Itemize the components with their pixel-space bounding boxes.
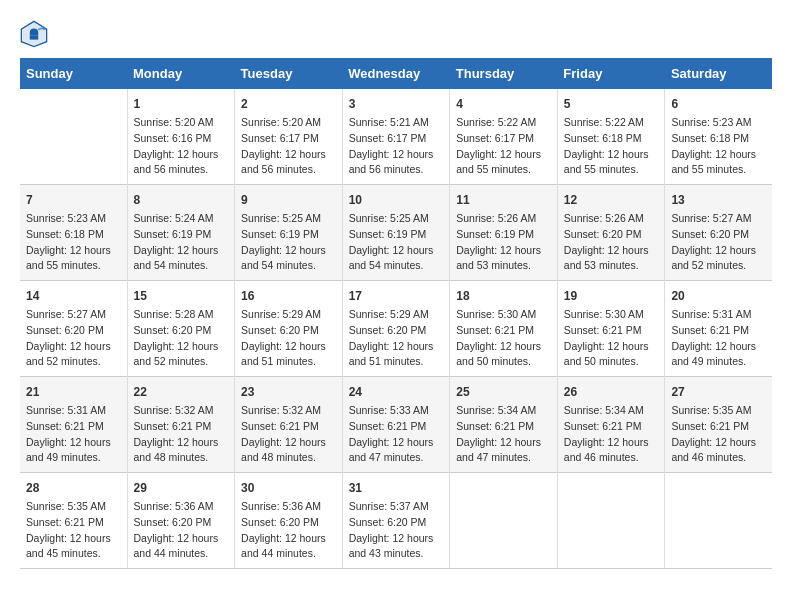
day-number: 22 xyxy=(134,383,229,401)
calendar-day-header: Wednesday xyxy=(342,58,450,89)
calendar-cell: 12Sunrise: 5:26 AMSunset: 6:20 PMDayligh… xyxy=(557,185,665,281)
calendar-day-header: Saturday xyxy=(665,58,772,89)
day-info: Sunrise: 5:30 AMSunset: 6:21 PMDaylight:… xyxy=(456,307,551,370)
day-info: Sunrise: 5:22 AMSunset: 6:17 PMDaylight:… xyxy=(456,115,551,178)
day-number: 25 xyxy=(456,383,551,401)
calendar-day-header: Thursday xyxy=(450,58,558,89)
day-info: Sunrise: 5:21 AMSunset: 6:17 PMDaylight:… xyxy=(349,115,444,178)
day-number: 30 xyxy=(241,479,336,497)
day-number: 29 xyxy=(134,479,229,497)
day-info: Sunrise: 5:27 AMSunset: 6:20 PMDaylight:… xyxy=(26,307,121,370)
day-info: Sunrise: 5:36 AMSunset: 6:20 PMDaylight:… xyxy=(134,499,229,562)
day-number: 9 xyxy=(241,191,336,209)
calendar-table: SundayMondayTuesdayWednesdayThursdayFrid… xyxy=(20,58,772,569)
day-info: Sunrise: 5:30 AMSunset: 6:21 PMDaylight:… xyxy=(564,307,659,370)
day-info: Sunrise: 5:22 AMSunset: 6:18 PMDaylight:… xyxy=(564,115,659,178)
calendar-cell: 25Sunrise: 5:34 AMSunset: 6:21 PMDayligh… xyxy=(450,377,558,473)
day-number: 8 xyxy=(134,191,229,209)
day-number: 5 xyxy=(564,95,659,113)
calendar-cell: 23Sunrise: 5:32 AMSunset: 6:21 PMDayligh… xyxy=(235,377,343,473)
day-number: 16 xyxy=(241,287,336,305)
day-number: 19 xyxy=(564,287,659,305)
calendar-cell xyxy=(665,473,772,569)
calendar-cell: 1Sunrise: 5:20 AMSunset: 6:16 PMDaylight… xyxy=(127,89,235,185)
calendar-cell: 16Sunrise: 5:29 AMSunset: 6:20 PMDayligh… xyxy=(235,281,343,377)
day-number: 20 xyxy=(671,287,766,305)
logo xyxy=(20,20,52,48)
calendar-week-row: 7Sunrise: 5:23 AMSunset: 6:18 PMDaylight… xyxy=(20,185,772,281)
day-number: 27 xyxy=(671,383,766,401)
calendar-cell: 14Sunrise: 5:27 AMSunset: 6:20 PMDayligh… xyxy=(20,281,127,377)
day-info: Sunrise: 5:36 AMSunset: 6:20 PMDaylight:… xyxy=(241,499,336,562)
day-info: Sunrise: 5:29 AMSunset: 6:20 PMDaylight:… xyxy=(241,307,336,370)
day-number: 2 xyxy=(241,95,336,113)
calendar-cell: 15Sunrise: 5:28 AMSunset: 6:20 PMDayligh… xyxy=(127,281,235,377)
logo-icon xyxy=(20,20,48,48)
calendar-cell xyxy=(557,473,665,569)
calendar-week-row: 1Sunrise: 5:20 AMSunset: 6:16 PMDaylight… xyxy=(20,89,772,185)
day-number: 10 xyxy=(349,191,444,209)
svg-rect-2 xyxy=(30,35,38,39)
calendar-cell xyxy=(450,473,558,569)
day-info: Sunrise: 5:33 AMSunset: 6:21 PMDaylight:… xyxy=(349,403,444,466)
day-info: Sunrise: 5:20 AMSunset: 6:16 PMDaylight:… xyxy=(134,115,229,178)
calendar-cell: 20Sunrise: 5:31 AMSunset: 6:21 PMDayligh… xyxy=(665,281,772,377)
day-info: Sunrise: 5:25 AMSunset: 6:19 PMDaylight:… xyxy=(349,211,444,274)
calendar-cell: 10Sunrise: 5:25 AMSunset: 6:19 PMDayligh… xyxy=(342,185,450,281)
calendar-header-row: SundayMondayTuesdayWednesdayThursdayFrid… xyxy=(20,58,772,89)
calendar-cell: 9Sunrise: 5:25 AMSunset: 6:19 PMDaylight… xyxy=(235,185,343,281)
day-info: Sunrise: 5:35 AMSunset: 6:21 PMDaylight:… xyxy=(26,499,121,562)
calendar-week-row: 21Sunrise: 5:31 AMSunset: 6:21 PMDayligh… xyxy=(20,377,772,473)
day-info: Sunrise: 5:32 AMSunset: 6:21 PMDaylight:… xyxy=(134,403,229,466)
calendar-cell: 29Sunrise: 5:36 AMSunset: 6:20 PMDayligh… xyxy=(127,473,235,569)
day-info: Sunrise: 5:35 AMSunset: 6:21 PMDaylight:… xyxy=(671,403,766,466)
calendar-cell: 7Sunrise: 5:23 AMSunset: 6:18 PMDaylight… xyxy=(20,185,127,281)
day-info: Sunrise: 5:23 AMSunset: 6:18 PMDaylight:… xyxy=(26,211,121,274)
calendar-cell: 26Sunrise: 5:34 AMSunset: 6:21 PMDayligh… xyxy=(557,377,665,473)
day-info: Sunrise: 5:31 AMSunset: 6:21 PMDaylight:… xyxy=(26,403,121,466)
day-info: Sunrise: 5:23 AMSunset: 6:18 PMDaylight:… xyxy=(671,115,766,178)
day-info: Sunrise: 5:26 AMSunset: 6:20 PMDaylight:… xyxy=(564,211,659,274)
day-number: 26 xyxy=(564,383,659,401)
day-number: 11 xyxy=(456,191,551,209)
day-info: Sunrise: 5:24 AMSunset: 6:19 PMDaylight:… xyxy=(134,211,229,274)
day-info: Sunrise: 5:28 AMSunset: 6:20 PMDaylight:… xyxy=(134,307,229,370)
calendar-cell: 30Sunrise: 5:36 AMSunset: 6:20 PMDayligh… xyxy=(235,473,343,569)
day-number: 14 xyxy=(26,287,121,305)
day-info: Sunrise: 5:32 AMSunset: 6:21 PMDaylight:… xyxy=(241,403,336,466)
calendar-cell: 3Sunrise: 5:21 AMSunset: 6:17 PMDaylight… xyxy=(342,89,450,185)
day-number: 24 xyxy=(349,383,444,401)
day-number: 4 xyxy=(456,95,551,113)
day-info: Sunrise: 5:31 AMSunset: 6:21 PMDaylight:… xyxy=(671,307,766,370)
calendar-day-header: Sunday xyxy=(20,58,127,89)
calendar-cell: 22Sunrise: 5:32 AMSunset: 6:21 PMDayligh… xyxy=(127,377,235,473)
calendar-day-header: Friday xyxy=(557,58,665,89)
calendar-week-row: 28Sunrise: 5:35 AMSunset: 6:21 PMDayligh… xyxy=(20,473,772,569)
day-info: Sunrise: 5:34 AMSunset: 6:21 PMDaylight:… xyxy=(456,403,551,466)
calendar-cell: 21Sunrise: 5:31 AMSunset: 6:21 PMDayligh… xyxy=(20,377,127,473)
day-number: 17 xyxy=(349,287,444,305)
day-number: 3 xyxy=(349,95,444,113)
calendar-cell xyxy=(20,89,127,185)
calendar-week-row: 14Sunrise: 5:27 AMSunset: 6:20 PMDayligh… xyxy=(20,281,772,377)
calendar-cell: 18Sunrise: 5:30 AMSunset: 6:21 PMDayligh… xyxy=(450,281,558,377)
calendar-cell: 24Sunrise: 5:33 AMSunset: 6:21 PMDayligh… xyxy=(342,377,450,473)
calendar-cell: 19Sunrise: 5:30 AMSunset: 6:21 PMDayligh… xyxy=(557,281,665,377)
day-info: Sunrise: 5:37 AMSunset: 6:20 PMDaylight:… xyxy=(349,499,444,562)
day-number: 23 xyxy=(241,383,336,401)
day-number: 31 xyxy=(349,479,444,497)
day-number: 15 xyxy=(134,287,229,305)
day-number: 28 xyxy=(26,479,121,497)
calendar-cell: 5Sunrise: 5:22 AMSunset: 6:18 PMDaylight… xyxy=(557,89,665,185)
day-number: 6 xyxy=(671,95,766,113)
calendar-cell: 11Sunrise: 5:26 AMSunset: 6:19 PMDayligh… xyxy=(450,185,558,281)
day-info: Sunrise: 5:34 AMSunset: 6:21 PMDaylight:… xyxy=(564,403,659,466)
calendar-cell: 13Sunrise: 5:27 AMSunset: 6:20 PMDayligh… xyxy=(665,185,772,281)
calendar-day-header: Monday xyxy=(127,58,235,89)
calendar-cell: 28Sunrise: 5:35 AMSunset: 6:21 PMDayligh… xyxy=(20,473,127,569)
day-info: Sunrise: 5:29 AMSunset: 6:20 PMDaylight:… xyxy=(349,307,444,370)
calendar-cell: 27Sunrise: 5:35 AMSunset: 6:21 PMDayligh… xyxy=(665,377,772,473)
day-number: 7 xyxy=(26,191,121,209)
day-number: 18 xyxy=(456,287,551,305)
day-info: Sunrise: 5:25 AMSunset: 6:19 PMDaylight:… xyxy=(241,211,336,274)
